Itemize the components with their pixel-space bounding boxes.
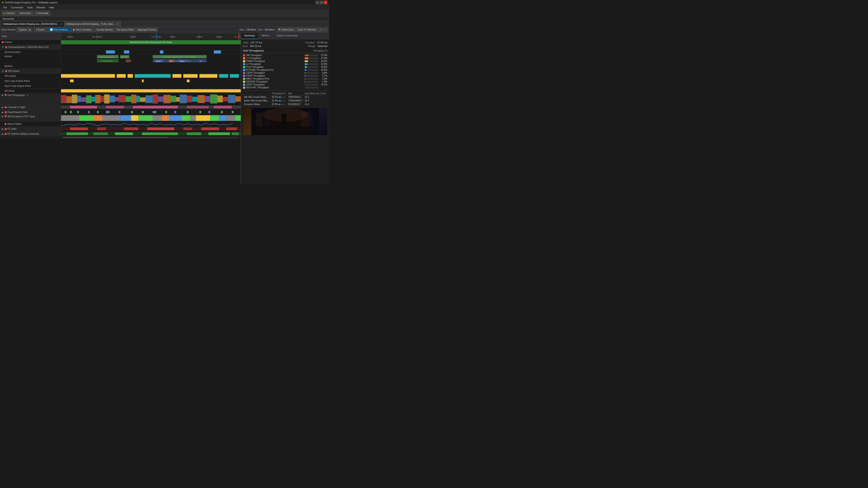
- svg-rect-89: [70, 106, 97, 108]
- sm-table: Throughput % Avg Avg Warps per Cycle Idl…: [243, 92, 327, 106]
- svg-rect-78: [180, 95, 187, 103]
- svg-rect-90: [106, 106, 124, 108]
- svg-text:Di...: Di...: [170, 60, 173, 62]
- titlebar-left: ■ NVIDIA Nsight Graphics Pro - Hellblade…: [2, 1, 58, 4]
- close-button[interactable]: ✕: [324, 1, 327, 4]
- compute-collapse[interactable]: ▶: [2, 106, 3, 108]
- document-area: Documents: [0, 17, 329, 21]
- svg-rect-124: [210, 115, 219, 121]
- metric-row: PROP Throughput5.7%: [243, 74, 327, 77]
- ruler-ticks: 140ms 141.423ms 145ms 147.736ms 150ms 15…: [61, 33, 241, 40]
- gpu-active-collapse[interactable]: ▼: [2, 70, 4, 72]
- minimize-button[interactable]: −: [315, 1, 319, 4]
- metric-row: SM Throughput27.5%: [243, 54, 327, 57]
- ruler-relative-label: Ruler Relative:: [1, 29, 16, 31]
- flat-queue-rows-button[interactable]: Flat Queue Rows: [115, 28, 135, 32]
- reset-zoom-label: Reset Zoom: [282, 29, 294, 31]
- trace-compare-button[interactable]: ▶ Trace Compare...: [72, 28, 94, 32]
- tab-capture-close[interactable]: ✕: [60, 23, 62, 25]
- metric-row: L1 Throughput27.4%: [243, 57, 327, 59]
- svg-text:160ms: 160ms: [216, 36, 222, 38]
- restore-button[interactable]: □: [320, 1, 323, 4]
- unit-throughputs-row: ▶ Unit Throughputs ⚙: [0, 94, 241, 105]
- metric-bar: [305, 75, 305, 77]
- throughput-pct-label: Throughput %: [313, 50, 327, 52]
- svg-rect-134: [201, 127, 219, 130]
- trace-analysis-button[interactable]: 📊 Trace Analysis _: [49, 28, 71, 32]
- svg-rect-96: [77, 111, 79, 113]
- svg-text:Dispa...: Dispa...: [180, 60, 185, 62]
- svg-rect-103: [153, 111, 156, 113]
- metric-value: 22.5%: [319, 60, 327, 62]
- menubar: File Connection Tools Window Help: [0, 5, 329, 10]
- markers-label: Markers: [0, 65, 61, 67]
- end-label: End:: [258, 29, 264, 31]
- sm-row-pct: 31.0%: [271, 99, 287, 103]
- overlay-barriers-button[interactable]: Overlay Barriers: [95, 28, 114, 32]
- sm-row-warps: 21.4: [304, 103, 327, 106]
- sync-copy-label: Sync Copy Engine Active: [0, 80, 61, 82]
- sm-row-warps: 31.2: [304, 95, 327, 99]
- menu-tools[interactable]: Tools: [25, 6, 35, 9]
- metric-label: PCIe Throughput: [246, 66, 264, 68]
- svg-rect-80: [192, 97, 197, 102]
- svg-rect-87: [235, 96, 241, 102]
- zoom-out-button[interactable]: −: [323, 28, 328, 32]
- warps-eligible-bar: [61, 122, 241, 126]
- menu-window[interactable]: Window: [35, 6, 47, 9]
- gpu-active-indicator: [5, 70, 7, 72]
- aggregate-frames-button[interactable]: Aggregate Frames: [136, 28, 158, 32]
- menu-help[interactable]: Help: [47, 6, 56, 9]
- tab-capture[interactable]: HellbladeGame-Win64-Shipping.exe_2022022…: [1, 22, 64, 26]
- svg-rect-17: [124, 51, 129, 54]
- range-key: Range:: [308, 45, 316, 47]
- synchronization-row: Synchronization: [0, 50, 241, 55]
- zoom-to-selection-button[interactable]: Zoom To Selection: [296, 28, 318, 32]
- aggregate-frames-label: Aggregate Frames: [138, 29, 156, 31]
- connect-button[interactable]: ▶ Connect: [2, 11, 17, 16]
- fe-stalls-collapse[interactable]: ▶: [2, 128, 3, 130]
- fe-pipeline-collapse[interactable]: ▶: [2, 133, 3, 135]
- tab-tlas[interactable]: HellbladeGame-Win64-Shipping__TLAS_1bee6…: [64, 22, 121, 26]
- sm-row-avg: 758030044.1: [287, 95, 304, 99]
- svg-rect-119: [162, 115, 169, 121]
- unit-throughputs-collapse[interactable]: ▶: [2, 94, 3, 96]
- sync-copy-bar: [61, 78, 241, 84]
- flat-queue-rows-label: Flat Queue Rows: [117, 29, 134, 31]
- svg-rect-18: [160, 51, 163, 54]
- svg-rect-82: [205, 96, 210, 102]
- metric-bar: [305, 69, 306, 71]
- svg-rect-114: [102, 115, 120, 121]
- sm-occupancy-collapse[interactable]: ▶: [2, 115, 3, 118]
- draw-dispatch-collapse[interactable]: ▶: [2, 111, 3, 113]
- frames-bar-label: Matched Frame (166.00ms) (active=155.50m…: [130, 41, 172, 43]
- warps-eligible-indicator: [4, 123, 6, 125]
- svg-rect-43: [135, 74, 170, 78]
- tab-capture-info[interactable]: Capture Information: [273, 33, 302, 39]
- metric-row: RTCORE Throughput (Pro)10.0%: [243, 69, 327, 71]
- draw-dispatch-bar: [61, 110, 241, 115]
- tab-tlas-close[interactable]: ✕: [117, 23, 119, 25]
- tab-metrics[interactable]: Metrics: [258, 33, 273, 39]
- unit-throughputs-gear[interactable]: ⚙: [27, 94, 29, 96]
- timeline-scrollbar[interactable]: [63, 137, 239, 138]
- disconnect-button[interactable]: Disconnect: [18, 11, 33, 16]
- ruler-relative-dropdown[interactable]: Capture: [17, 28, 32, 32]
- svg-rect-51: [187, 79, 190, 82]
- disconnect-label: Disconnect: [20, 12, 31, 14]
- svg-rect-118: [153, 115, 162, 121]
- menu-connection[interactable]: Connection: [9, 6, 25, 9]
- end-value: 166.00ms: [265, 29, 274, 31]
- trace-compare-icon: ▶: [73, 29, 75, 31]
- export-button[interactable]: ↗ Export...: [34, 28, 48, 32]
- unit-throughputs-header: Unit Throughputs Throughput %: [243, 49, 327, 53]
- reset-zoom-button[interactable]: 🔍 Reset Zoom: [277, 28, 296, 32]
- menu-file[interactable]: File: [1, 6, 9, 9]
- metric-row: RASTER Throughput1.0%: [243, 80, 327, 83]
- terminate-button[interactable]: ✕ Terminate: [34, 11, 51, 16]
- svg-rect-49: [70, 79, 74, 82]
- commandqueue-collapse[interactable]: ▼: [2, 46, 4, 48]
- metric-bar: [305, 55, 309, 56]
- zoom-in-button[interactable]: +: [318, 28, 323, 32]
- tab-summary[interactable]: Summary: [241, 33, 258, 39]
